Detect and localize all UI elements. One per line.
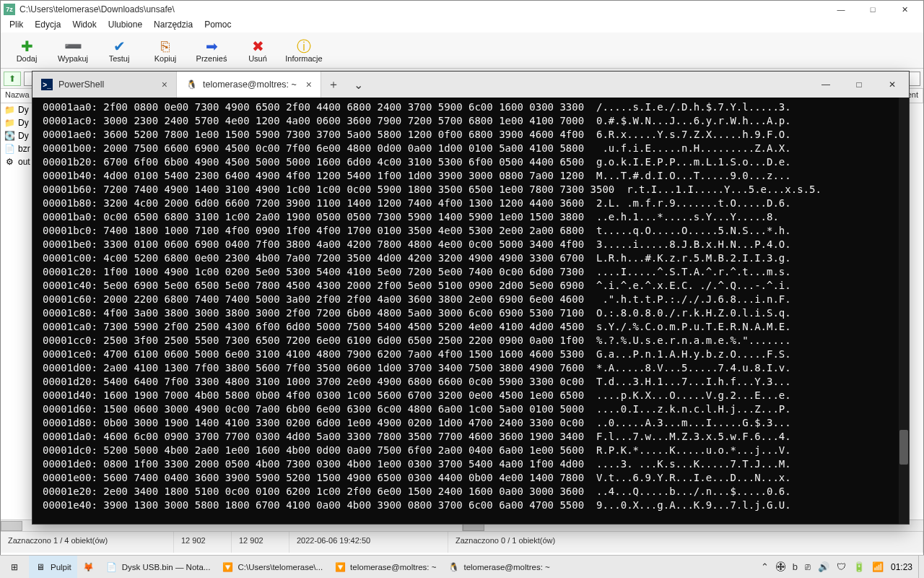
menu-edit[interactable]: Edycja: [29, 18, 66, 33]
new-tab-button[interactable]: ＋: [321, 72, 346, 98]
tab-powershell[interactable]: >_ PowerShell ×: [32, 72, 177, 98]
przenieś-icon: ➡: [206, 38, 218, 54]
tab-close-icon[interactable]: ×: [306, 79, 312, 90]
testuj-icon: ✔: [113, 38, 126, 54]
menu-view[interactable]: Widok: [66, 18, 102, 33]
status-size1: 12 902: [174, 532, 232, 553]
tray-icon[interactable]: 🛡: [837, 561, 846, 572]
tray-icon[interactable]: 🔊: [818, 561, 829, 572]
status-date: 2022-06-06 19:42:50: [289, 532, 448, 553]
show-desktop[interactable]: [918, 556, 924, 579]
tray-icon[interactable]: 🔋: [853, 561, 865, 572]
nav-up-button[interactable]: ⬆: [4, 72, 21, 86]
terminal-window: >_ PowerShell × 🐧 telomerase@moltres: ~ …: [32, 71, 910, 525]
tab-label: PowerShell: [58, 79, 104, 90]
sevenzip-title: C:\Users\telomerase\Downloads\unsafe\: [19, 4, 825, 14]
tray-icon[interactable]: ⎚: [805, 561, 811, 572]
file-icon: 💽: [4, 130, 15, 142]
taskbar-icon: ⊞: [9, 561, 20, 573]
taskbar-item[interactable]: 🔽C:\Users\telomerase\...: [217, 556, 329, 579]
taskbar-icon: 🖥: [35, 561, 46, 573]
tray-icon[interactable]: ⌃: [761, 561, 769, 572]
toolbar: ✚Dodaj➖Wypakuj✔Testuj⎘Kopiuj➡Przenieś✖Us…: [1, 33, 923, 69]
terminal-tabbar: >_ PowerShell × 🐧 telomerase@moltres: ~ …: [32, 72, 909, 98]
kopiuj-icon: ⎘: [161, 38, 170, 54]
taskbar-item[interactable]: 🦊: [77, 556, 100, 579]
sevenzip-titlebar[interactable]: 7z C:\Users\telomerase\Downloads\unsafe\…: [1, 1, 923, 18]
tux-icon: 🐧: [186, 79, 197, 90]
tray-icon[interactable]: b: [793, 561, 798, 572]
taskbar-item[interactable]: 🖥Pulpit: [29, 556, 77, 579]
terminal-body[interactable]: 00001aa0: 2f00 0800 0e00 7300 4900 6500 …: [32, 98, 909, 524]
powershell-icon: >_: [41, 79, 53, 90]
tab-label: telomerase@moltres: ~: [203, 79, 297, 90]
file-icon: 📄: [4, 143, 15, 155]
close-button[interactable]: ✕: [889, 1, 920, 18]
tray-icon[interactable]: 📶: [872, 561, 884, 572]
taskbar-icon: 🐧: [448, 561, 459, 573]
clock[interactable]: 01:23: [891, 562, 918, 572]
taskbar-item[interactable]: 📄Dysk USB.bin — Nota...: [100, 556, 217, 579]
toolbar-informacje[interactable]: ⓘInformacje: [281, 35, 327, 65]
terminal-minimize[interactable]: —: [809, 72, 842, 98]
wypakuj-icon: ➖: [64, 38, 82, 54]
status-size2: 12 902: [232, 532, 289, 553]
taskbar-item[interactable]: 🐧telomerase@moltres: ~: [442, 556, 555, 579]
taskbar-icon: 🦊: [83, 561, 95, 573]
menu-fav[interactable]: Ulubione: [103, 18, 148, 33]
informacje-icon: ⓘ: [297, 38, 311, 54]
sevenzip-app-icon: 7z: [4, 4, 15, 15]
start-button[interactable]: ⊞: [0, 556, 29, 579]
terminal-maximize[interactable]: □: [842, 72, 876, 98]
terminal-scrollbar[interactable]: [899, 98, 909, 524]
toolbar-testuj[interactable]: ✔Testuj: [96, 35, 142, 65]
toolbar-usuń[interactable]: ✖Usuń: [235, 35, 281, 65]
taskbar-icon: 🔽: [222, 561, 234, 573]
terminal-output: 00001aa0: 2f00 0800 0e00 7300 4900 6500 …: [32, 98, 909, 515]
maximize-button[interactable]: □: [857, 1, 889, 18]
taskbar-icon: 🔽: [334, 561, 346, 573]
terminal-close[interactable]: ✕: [876, 72, 909, 98]
system-tray[interactable]: ⌃🕀b⎚🔊🛡🔋📶: [754, 561, 891, 572]
toolbar-wypakuj[interactable]: ➖Wypakuj: [50, 35, 96, 65]
file-icon: 📁: [4, 104, 15, 116]
menubar: Plik Edycja Widok Ulubione Narzędzia Pom…: [1, 18, 923, 33]
taskbar-item[interactable]: 🔽telomerase@moltres: ~: [328, 556, 442, 579]
file-icon: 📁: [4, 117, 15, 129]
status-selection-left: Zaznaczono 1 / 4 obiekt(ów): [1, 532, 174, 553]
tab-close-icon[interactable]: ×: [162, 79, 167, 90]
menu-help[interactable]: Pomoc: [199, 18, 237, 33]
dodaj-icon: ✚: [21, 38, 33, 54]
toolbar-kopiuj[interactable]: ⎘Kopiuj: [142, 35, 188, 65]
status-selection-right: Zaznaczono 0 / 1 obiekt(ów): [448, 532, 923, 553]
statusbar: Zaznaczono 1 / 4 obiekt(ów) 12 902 12 90…: [1, 531, 923, 553]
tab-dropdown-button[interactable]: ⌄: [346, 72, 370, 98]
file-icon: ⚙: [4, 156, 15, 168]
menu-tools[interactable]: Narzędzia: [148, 18, 199, 33]
toolbar-dodaj[interactable]: ✚Dodaj: [4, 35, 50, 65]
minimize-button[interactable]: —: [825, 1, 857, 18]
taskbar: ⊞🖥Pulpit🦊📄Dysk USB.bin — Nota...🔽C:\User…: [0, 555, 924, 578]
toolbar-przenieś[interactable]: ➡Przenieś: [188, 35, 235, 65]
tab-wsl[interactable]: 🐧 telomerase@moltres: ~ ×: [177, 72, 321, 98]
taskbar-icon: 📄: [106, 561, 118, 573]
tray-icon[interactable]: 🕀: [776, 561, 785, 572]
menu-file[interactable]: Plik: [4, 18, 29, 33]
usuń-icon: ✖: [252, 38, 264, 54]
